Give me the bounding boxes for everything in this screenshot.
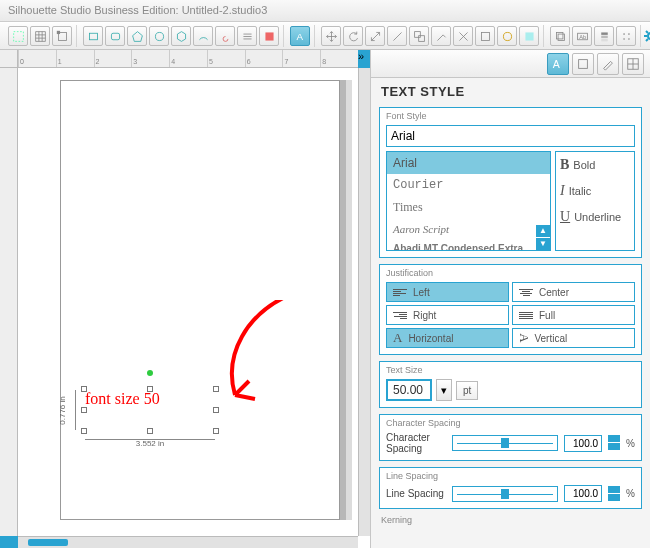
char-spacing-up-icon[interactable] — [608, 435, 620, 442]
line-spacing-slider[interactable] — [452, 486, 558, 502]
scrollbar-vertical[interactable] — [358, 68, 370, 536]
tool-select-icon[interactable] — [8, 26, 28, 46]
shape-arc-icon[interactable] — [193, 26, 213, 46]
line-spacing-input[interactable]: 100.0 — [564, 485, 602, 502]
italic-toggle[interactable]: IItalic — [556, 178, 634, 204]
text-selection-box[interactable]: 0.776 in font size 50 3.552 in — [85, 390, 215, 430]
panel-tab-square-icon[interactable] — [572, 53, 594, 75]
font-list[interactable]: Arial Courier Times Aaron Script Abadi M… — [386, 151, 551, 251]
handle-bot-mid[interactable] — [147, 428, 153, 434]
stack-icon[interactable] — [594, 26, 614, 46]
shape-spiral-icon[interactable] — [215, 26, 235, 46]
character-spacing-section: Character Spacing Character Spacing 100.… — [379, 414, 642, 461]
handle-top-mid[interactable] — [147, 386, 153, 392]
font-list-up-icon[interactable]: ▲ — [536, 225, 550, 237]
font-style-options: BBold IItalic UUnderline — [555, 151, 635, 251]
font-name-input[interactable] — [386, 125, 635, 147]
char-spacing-down-icon[interactable] — [608, 443, 620, 450]
svg-rect-21 — [601, 38, 608, 40]
justify-left-button[interactable]: Left — [386, 282, 509, 302]
char-spacing-slider[interactable] — [452, 435, 558, 451]
char-spacing-label: Character Spacing — [386, 418, 635, 428]
font-list-item[interactable]: Arial — [387, 152, 550, 174]
char-spacing-input[interactable]: 100.0 — [564, 435, 602, 452]
font-list-down-icon[interactable]: ▼ — [536, 238, 550, 250]
text-horizontal-button[interactable]: AHorizontal — [386, 328, 509, 348]
document-page[interactable] — [60, 80, 340, 520]
justify-center-button[interactable]: Center — [512, 282, 635, 302]
misc4-icon[interactable] — [519, 26, 539, 46]
justify-full-button[interactable]: Full — [512, 305, 635, 325]
misc1-icon[interactable] — [453, 26, 473, 46]
text-size-unit[interactable]: pt — [456, 381, 478, 400]
svg-rect-4 — [111, 33, 119, 40]
ruler-end-h[interactable]: » — [358, 50, 370, 68]
handle-top-right[interactable] — [213, 386, 219, 392]
shape-roundrect-icon[interactable] — [105, 26, 125, 46]
tool-grid-icon[interactable] — [30, 26, 50, 46]
shape-polygon-icon[interactable] — [171, 26, 191, 46]
misc2-icon[interactable] — [475, 26, 495, 46]
slider-knob[interactable] — [501, 489, 509, 499]
settings-gear-icon[interactable] — [643, 26, 650, 46]
bold-toggle[interactable]: BBold — [556, 152, 634, 178]
misc3-icon[interactable] — [497, 26, 517, 46]
text-tool-icon[interactable]: A — [290, 26, 310, 46]
font-style-section: Font Style Arial Courier Times Aaron Scr… — [379, 107, 642, 258]
shape-rect-icon[interactable] — [83, 26, 103, 46]
font-list-item[interactable]: Abadi MT Condensed Extra — [387, 239, 550, 251]
ruler-end-v[interactable] — [0, 536, 18, 548]
scale-icon[interactable] — [365, 26, 385, 46]
move-icon[interactable] — [321, 26, 341, 46]
justification-section: Justification Left Center Right Full AHo… — [379, 264, 642, 355]
text-object[interactable]: font size 50 — [85, 390, 215, 408]
line-spacing-up-icon[interactable] — [608, 486, 620, 493]
shape-gradient-icon[interactable] — [259, 26, 279, 46]
svg-rect-15 — [556, 32, 563, 39]
underline-toggle[interactable]: UUnderline — [556, 204, 634, 230]
group-icon[interactable] — [409, 26, 429, 46]
rotate-icon[interactable] — [343, 26, 363, 46]
svg-text:A: A — [296, 30, 303, 41]
dots-icon[interactable] — [616, 26, 636, 46]
line-icon[interactable] — [387, 26, 407, 46]
panel-tab-textstyle-icon[interactable]: A — [547, 53, 569, 75]
svg-rect-16 — [558, 34, 565, 41]
handle-bot-left[interactable] — [81, 428, 87, 434]
font-list-item[interactable]: Courier — [387, 174, 550, 196]
scrollbar-horizontal[interactable] — [18, 536, 358, 548]
ruler-horizontal: 012345678 — [18, 50, 358, 68]
handle-top-left[interactable] — [81, 386, 87, 392]
panel-tab-grid-icon[interactable] — [622, 53, 644, 75]
line-spacing-down-icon[interactable] — [608, 494, 620, 501]
text-vertical-button[interactable]: AVertical — [512, 328, 635, 348]
scrollbar-thumb[interactable] — [28, 539, 68, 546]
rotate-handle[interactable] — [147, 370, 153, 376]
char-spacing-text: Character Spacing — [386, 432, 446, 454]
svg-point-13 — [503, 32, 511, 40]
font-list-item[interactable]: Times — [387, 196, 550, 219]
text-size-input[interactable]: 50.00 — [386, 379, 432, 401]
handle-bot-right[interactable] — [213, 428, 219, 434]
canvas-area[interactable]: 012345678 » 0.776 in font size 50 3.552 … — [0, 50, 370, 548]
handle-mid-left[interactable] — [81, 407, 87, 413]
svg-point-25 — [628, 38, 630, 40]
main-toolbar: A Ab — [0, 22, 650, 50]
knife-icon[interactable] — [431, 26, 451, 46]
tool-registration-icon[interactable] — [52, 26, 72, 46]
copy-icon[interactable] — [550, 26, 570, 46]
textbox-icon[interactable]: Ab — [572, 26, 592, 46]
svg-rect-10 — [414, 31, 420, 37]
font-list-item[interactable]: Aaron Script — [387, 219, 550, 239]
shape-pentagon-icon[interactable] — [127, 26, 147, 46]
line-spacing-text: Line Spacing — [386, 488, 446, 499]
shape-lines-icon[interactable] — [237, 26, 257, 46]
svg-rect-2 — [56, 30, 59, 33]
panel-tab-pen-icon[interactable] — [597, 53, 619, 75]
shape-circle-icon[interactable] — [149, 26, 169, 46]
window-titlebar: Silhouette Studio Business Edition: Unti… — [0, 0, 650, 22]
slider-knob[interactable] — [501, 438, 509, 448]
text-size-dropdown-icon[interactable]: ▾ — [436, 379, 452, 401]
handle-mid-right[interactable] — [213, 407, 219, 413]
justify-right-button[interactable]: Right — [386, 305, 509, 325]
